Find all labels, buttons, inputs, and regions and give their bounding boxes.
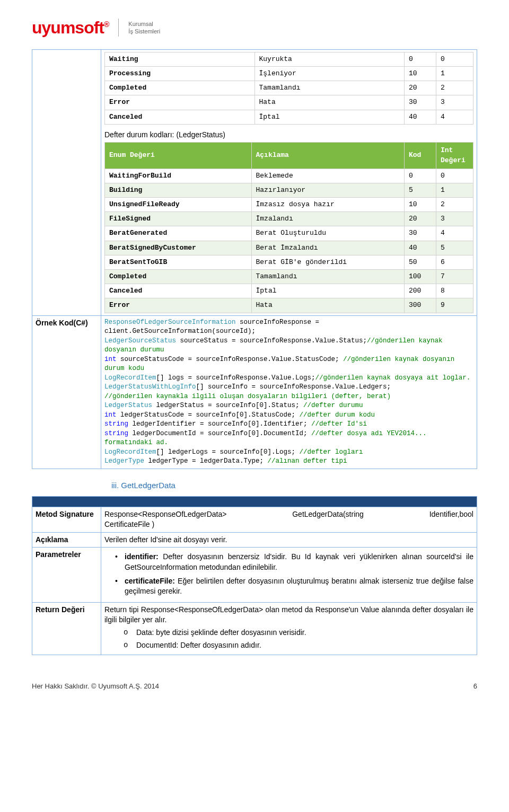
method-signature-label: Metod Signature (32, 507, 101, 532)
table-row: UnsignedFileReadyİmzasız dosya hazır102 (105, 198, 473, 212)
table-row: Canceledİptal404 (105, 110, 473, 124)
table-row: BeratSentToGIBBerat GİB'e gönderildi506 (105, 255, 473, 269)
table-row: BuildingHazırlanıyor51 (105, 183, 473, 197)
param-identifier: identifier: Defter dosyasının benzersiz … (125, 552, 473, 572)
table-row: FileSignedİmzalandı203 (105, 212, 473, 226)
section-title: GetLedgerData (121, 481, 175, 490)
description-value: Verilen defter Id'sine ait dosyayı verir… (101, 532, 477, 548)
section-heading: iii. GetLedgerData (111, 480, 477, 491)
method-signature-value: Response<ResponseOfLedgerData> GetLedger… (101, 507, 477, 532)
footer-pagenum: 6 (473, 682, 477, 691)
source-status-table: WaitingKuyrukta00Processingİşleniyor101C… (104, 52, 473, 125)
parameters-label: Parametreler (32, 548, 101, 602)
param-certificatefile: certificateFile: Eğer belirtilen defter … (125, 576, 473, 597)
tables-cell: WaitingKuyrukta00Processingİşleniyor101C… (101, 49, 477, 315)
table-row: CompletedTamamlandı202 (105, 81, 473, 95)
footer-copyright: Her Hakkı Saklıdır. © Uyumsoft A.Ş. 2014 (32, 682, 159, 691)
ledger-status-table: Enum Değeri Açıklama Kod Int Değeri Wait… (104, 142, 473, 313)
brand-header: uyumsoft® Kurumsalİş Sistemleri (32, 16, 477, 40)
logo-reg: ® (104, 20, 109, 29)
section-bar (32, 496, 477, 507)
table-row: Canceledİptal2008 (105, 284, 473, 298)
logo-subtitle: Kurumsalİş Sistemleri (128, 20, 160, 36)
return-documentid: DocumentId: Defter dosyasının adıdır. (136, 640, 473, 651)
ledger-status-caption: Defter durum kodları: (LedgerStatus) (104, 130, 473, 140)
code-block: ResponseOfLedgerSourceInformation source… (104, 318, 473, 466)
example-code-label: Örnek Kod(C#) (32, 315, 101, 469)
col-enum: Enum Değeri (105, 143, 252, 169)
table-row: ErrorHata303 (105, 95, 473, 110)
brand-logo: uyumsoft® (32, 16, 109, 40)
col-desc: Açıklama (251, 143, 404, 169)
description-label: Açıklama (32, 532, 101, 548)
col-int: Int Değeri (436, 143, 473, 169)
table-row: ErrorHata3009 (105, 298, 473, 313)
table-row: WaitingKuyrukta00 (105, 52, 473, 66)
parameters-value: identifier: Defter dosyasının benzersiz … (101, 548, 477, 602)
return-data: Data: byte dizisi şeklinde defter dosyas… (136, 628, 473, 638)
table-row: CompletedTamamlandı1007 (105, 270, 473, 284)
return-label: Return Değeri (32, 602, 101, 655)
col-kod: Kod (405, 143, 436, 169)
left-blank-cell (32, 49, 101, 315)
return-value: Return tipi Response<ResponseOfLedgerDat… (101, 602, 477, 655)
logo-divider (118, 19, 119, 37)
table-row: Processingİşleniyor101 (105, 66, 473, 81)
method-table: Metod Signature Response<ResponseOfLedge… (32, 507, 477, 656)
main-content-table: WaitingKuyrukta00Processingİşleniyor101C… (32, 49, 477, 469)
section-num: iii. (111, 481, 119, 490)
logo-name: uyumsoft (32, 18, 104, 37)
table-row: WaitingForBuildBeklemede00 (105, 169, 473, 183)
example-code-cell: ResponseOfLedgerSourceInformation source… (101, 315, 477, 469)
table-row: BeratSignedByCustomerBerat İmzalandı405 (105, 241, 473, 255)
table-row: BeratGeneratedBerat Oluşturuldu304 (105, 226, 473, 241)
page-footer: Her Hakkı Saklıdır. © Uyumsoft A.Ş. 2014… (32, 682, 477, 691)
